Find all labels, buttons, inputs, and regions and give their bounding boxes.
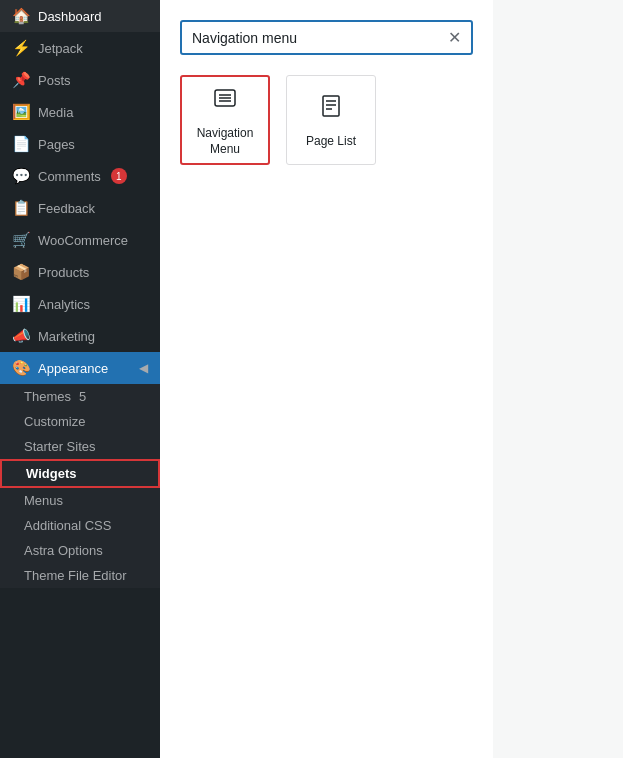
sidebar-item-label: Feedback	[38, 201, 95, 216]
navigation-menu-block-icon	[209, 82, 241, 120]
sidebar-subitem-menus[interactable]: Menus	[0, 488, 160, 513]
media-icon: 🖼️	[12, 103, 30, 121]
block-card-navigation-menu[interactable]: Navigation Menu	[180, 75, 270, 165]
sidebar-item-label: Products	[38, 265, 89, 280]
comments-badge: 1	[111, 168, 127, 184]
dashboard-icon: 🏠	[12, 7, 30, 25]
sidebar-item-woocommerce[interactable]: 🛒 WooCommerce	[0, 224, 160, 256]
sidebar-item-pages[interactable]: 📄 Pages	[0, 128, 160, 160]
sidebar-subitem-theme-file-editor[interactable]: Theme File Editor	[0, 563, 160, 588]
customize-label: Customize	[24, 414, 85, 429]
appearance-submenu: Themes 5 Customize Starter Sites Widgets…	[0, 384, 160, 588]
close-icon[interactable]: ✕	[448, 28, 461, 47]
sidebar-item-analytics[interactable]: 📊 Analytics	[0, 288, 160, 320]
page-list-block-icon	[315, 90, 347, 128]
block-card-navigation-menu-label: Navigation Menu	[182, 126, 268, 157]
appearance-icon: 🎨	[12, 359, 30, 377]
sidebar-item-dashboard[interactable]: 🏠 Dashboard	[0, 0, 160, 32]
feedback-icon: 📋	[12, 199, 30, 217]
analytics-icon: 📊	[12, 295, 30, 313]
astra-options-label: Astra Options	[24, 543, 103, 558]
sidebar-item-feedback[interactable]: 📋 Feedback	[0, 192, 160, 224]
block-card-page-list-label: Page List	[306, 134, 356, 150]
additional-css-label: Additional CSS	[24, 518, 111, 533]
posts-icon: 📌	[12, 71, 30, 89]
sidebar: 🏠 Dashboard ⚡ Jetpack 📌 Posts 🖼️ Media 📄…	[0, 0, 160, 758]
sidebar-item-label: Analytics	[38, 297, 90, 312]
widgets-label: Widgets	[26, 466, 76, 481]
sidebar-item-label: Comments	[38, 169, 101, 184]
sidebar-subitem-widgets[interactable]: Widgets	[0, 459, 160, 488]
main-content: ✕ Navigation Menu	[160, 0, 493, 758]
sidebar-item-label: Dashboard	[38, 9, 102, 24]
sidebar-item-comments[interactable]: 💬 Comments 1	[0, 160, 160, 192]
comments-icon: 💬	[12, 167, 30, 185]
sidebar-subitem-themes[interactable]: Themes 5	[0, 384, 160, 409]
pages-icon: 📄	[12, 135, 30, 153]
sidebar-item-label: Appearance	[38, 361, 108, 376]
theme-file-editor-label: Theme File Editor	[24, 568, 127, 583]
sidebar-subitem-customize[interactable]: Customize	[0, 409, 160, 434]
sidebar-item-media[interactable]: 🖼️ Media	[0, 96, 160, 128]
sidebar-item-label: Posts	[38, 73, 71, 88]
sidebar-item-jetpack[interactable]: ⚡ Jetpack	[0, 32, 160, 64]
sidebar-item-marketing[interactable]: 📣 Marketing	[0, 320, 160, 352]
woocommerce-icon: 🛒	[12, 231, 30, 249]
sidebar-item-appearance[interactable]: 🎨 Appearance ◀	[0, 352, 160, 384]
sidebar-item-posts[interactable]: 📌 Posts	[0, 64, 160, 96]
right-panel	[493, 0, 623, 758]
jetpack-icon: ⚡	[12, 39, 30, 57]
block-card-page-list[interactable]: Page List	[286, 75, 376, 165]
sidebar-item-label: WooCommerce	[38, 233, 128, 248]
marketing-icon: 📣	[12, 327, 30, 345]
sidebar-subitem-astra-options[interactable]: Astra Options	[0, 538, 160, 563]
search-input[interactable]	[192, 30, 448, 46]
sidebar-item-products[interactable]: 📦 Products	[0, 256, 160, 288]
svg-rect-4	[323, 96, 339, 116]
sidebar-item-label: Marketing	[38, 329, 95, 344]
themes-label: Themes	[24, 389, 71, 404]
search-bar: ✕	[180, 20, 473, 55]
sidebar-item-label: Jetpack	[38, 41, 83, 56]
sidebar-item-label: Media	[38, 105, 73, 120]
sidebar-subitem-additional-css[interactable]: Additional CSS	[0, 513, 160, 538]
sidebar-subitem-starter-sites[interactable]: Starter Sites	[0, 434, 160, 459]
products-icon: 📦	[12, 263, 30, 281]
themes-badge: 5	[79, 389, 86, 404]
menus-label: Menus	[24, 493, 63, 508]
sidebar-item-label: Pages	[38, 137, 75, 152]
chevron-right-icon: ◀	[139, 361, 148, 375]
block-grid: Navigation Menu Page List	[180, 75, 473, 165]
starter-sites-label: Starter Sites	[24, 439, 96, 454]
